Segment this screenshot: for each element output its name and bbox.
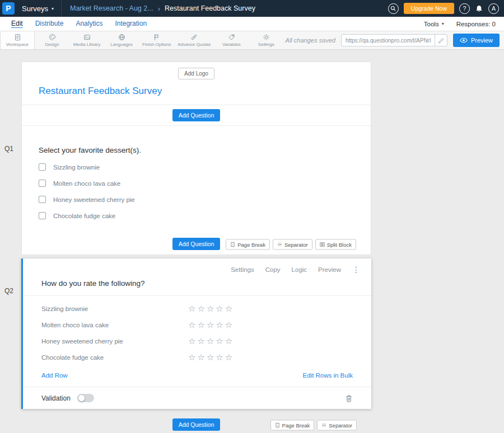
q1-option-label[interactable]: Molten choco lava cake [53,180,120,187]
edit-rows-bulk-link[interactable]: Edit Rows in Bulk [303,372,353,379]
star-icon[interactable]: ☆ [207,304,214,314]
page-break-icon [230,242,235,247]
top-bar: P Surveys ▾ Market Research - Aug 2... ›… [0,0,504,17]
survey-editor-canvas: Q1 Q2 Add Logo Restaurant Feedback Surve… [0,50,504,433]
menu-bar: Edit Distribute Analytics Integration To… [0,17,504,31]
tab-distribute[interactable]: Distribute [29,17,70,31]
toolbar-item-media-library[interactable]: Media Library [69,31,104,49]
tab-integration[interactable]: Integration [109,17,153,31]
questionpro-logo[interactable]: P [2,2,15,15]
star-icon[interactable]: ☆ [216,352,223,363]
tab-analytics[interactable]: Analytics [69,17,109,31]
star-icon[interactable]: ☆ [197,352,204,363]
page-break-button[interactable]: Page Break [226,239,270,250]
star-rating: ☆☆☆☆☆ [188,336,232,346]
toggle-knob [78,394,85,402]
add-question-strip: Add Question [22,105,371,126]
validation-toggle[interactable] [77,394,94,402]
rating-row: Sizzling brownie ☆☆☆☆☆ [41,300,353,317]
toolbar-item-settings[interactable]: Settings [249,31,283,49]
toolbar-right: All changes saved Preview [286,31,504,49]
tools-label: Tools [424,21,439,27]
star-icon[interactable]: ☆ [216,320,223,330]
avatar[interactable]: A [488,3,499,14]
star-icon[interactable]: ☆ [188,320,195,330]
q2-settings-link[interactable]: Settings [231,266,254,273]
rating-row: Molten choco lava cake ☆☆☆☆☆ [41,317,353,333]
star-rating: ☆☆☆☆☆ [188,352,232,363]
surveys-dropdown[interactable]: Surveys ▾ [15,0,61,17]
toolbar-item-design[interactable]: Design [35,31,69,49]
preview-button[interactable]: Preview [453,34,500,47]
rating-row-label[interactable]: Chocolate fudge cake [41,354,188,361]
add-row-link[interactable]: Add Row [41,372,68,379]
star-icon[interactable]: ☆ [197,320,204,330]
settings-icon [263,34,270,41]
q1-question-text[interactable]: Select your favorite dessert(s). [39,146,354,154]
add-question-button[interactable]: Add Question [172,238,221,250]
responses-count[interactable]: Responses: 0 [456,21,496,27]
tools-dropdown[interactable]: Tools ▾ [424,21,444,27]
upgrade-button[interactable]: Upgrade Now [404,3,454,14]
add-logo-button[interactable]: Add Logo [178,68,214,79]
question-1-block: Select your favorite dessert(s). Sizzlin… [22,126,371,234]
separator-button[interactable]: Separator [273,239,312,250]
bell-icon[interactable] [475,4,483,13]
page-break-button[interactable]: Page Break [270,420,315,430]
toolbar-item-workspace[interactable]: Workspace [0,31,35,49]
checkbox[interactable] [39,212,46,219]
q2-preview-link[interactable]: Preview [318,266,341,273]
toolbar-item-finish-options[interactable]: Finish Options [139,31,174,49]
star-icon[interactable]: ☆ [225,352,232,363]
logo-row: Add Logo [22,62,371,81]
star-icon[interactable]: ☆ [197,336,204,346]
q2-question-text[interactable]: How do you rate the following? [23,276,371,296]
star-icon[interactable]: ☆ [225,320,232,330]
rating-row-label[interactable]: Molten choco lava cake [41,322,188,328]
help-icon[interactable]: ? [459,3,470,14]
star-icon[interactable]: ☆ [197,304,204,314]
checkbox[interactable] [39,163,46,171]
rating-row-label[interactable]: Sizzling brownie [41,305,188,312]
star-icon[interactable]: ☆ [188,352,195,363]
toolbar-item-variables[interactable]: Variables [214,31,249,49]
survey-title[interactable]: Restaurant Feedback Survey [22,81,371,105]
q2-copy-link[interactable]: Copy [265,266,281,273]
eye-icon [460,37,468,44]
survey-url-input[interactable] [342,37,435,44]
q2-logic-link[interactable]: Logic [292,266,307,273]
checkbox[interactable] [39,180,46,187]
star-icon[interactable]: ☆ [225,336,232,346]
design-icon [49,34,56,41]
star-icon[interactable]: ☆ [188,304,195,314]
chevron-down-icon: ▾ [442,21,444,26]
tab-edit[interactable]: Edit [5,17,29,31]
star-icon[interactable]: ☆ [207,320,214,330]
star-icon[interactable]: ☆ [207,352,214,363]
toolbar-item-languages[interactable]: Languages [104,31,139,49]
delete-question-icon[interactable] [345,394,353,402]
search-icon[interactable] [388,3,399,14]
more-options-icon[interactable]: ⋮ [352,266,360,274]
q1-option-label[interactable]: Honey sweetened cherry pie [53,196,135,203]
validation-label: Validation [41,394,71,402]
separator-button[interactable]: Separator [317,420,357,430]
q1-option-label[interactable]: Chocolate fudge cake [53,213,115,219]
star-icon[interactable]: ☆ [188,336,195,346]
breadcrumb-project[interactable]: Market Research - Aug 2... [70,4,153,12]
toolbar-item-advance-quotas[interactable]: Advance Quotas [174,31,214,49]
star-icon[interactable]: ☆ [225,304,232,314]
q1-option-row: Honey sweetened cherry pie [39,196,354,203]
star-icon[interactable]: ☆ [207,336,214,346]
add-question-button[interactable]: Add Question [172,418,221,431]
split-block-button[interactable]: Split Block [315,239,356,250]
rating-row-label[interactable]: Honey sweetened cherry pie [41,338,188,345]
rating-row: Chocolate fudge cake ☆☆☆☆☆ [41,349,353,365]
checkbox[interactable] [39,196,46,203]
edit-url-pencil-icon[interactable] [435,35,447,46]
star-icon[interactable]: ☆ [216,304,223,314]
q1-option-label[interactable]: Sizzling brownie [53,164,100,171]
languages-icon [118,34,125,41]
star-icon[interactable]: ☆ [216,336,223,346]
add-question-button[interactable]: Add Question [172,109,221,121]
